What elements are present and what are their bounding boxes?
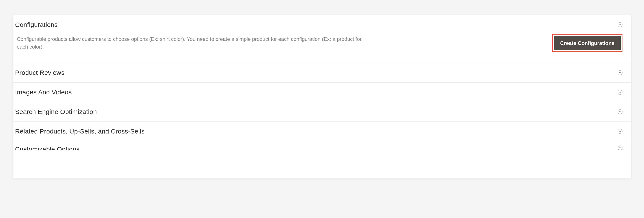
product-edit-panel: Configurations Configurable products all…	[13, 15, 631, 178]
chevron-down-icon	[618, 146, 622, 150]
section-title-related-products: Related Products, Up-Sells, and Cross-Se…	[15, 128, 144, 135]
section-title-customizable-options: Customizable Options	[15, 146, 80, 150]
section-header-product-reviews[interactable]: Product Reviews	[13, 63, 631, 83]
chevron-down-icon	[618, 129, 622, 134]
chevron-up-icon	[618, 22, 622, 27]
section-title-images-videos: Images And Videos	[15, 89, 72, 96]
chevron-down-icon	[618, 109, 622, 114]
section-header-configurations[interactable]: Configurations	[13, 15, 631, 32]
section-header-images-videos[interactable]: Images And Videos	[13, 83, 631, 102]
section-body-configurations: Configurable products allow customers to…	[13, 32, 631, 63]
section-header-customizable-options[interactable]: Customizable Options	[13, 141, 631, 150]
section-title-product-reviews: Product Reviews	[15, 69, 64, 76]
section-title-seo: Search Engine Optimization	[15, 108, 97, 115]
section-header-seo[interactable]: Search Engine Optimization	[13, 102, 631, 122]
configurations-description: Configurable products allow customers to…	[17, 35, 372, 51]
chevron-down-icon	[618, 70, 622, 75]
section-title-configurations: Configurations	[15, 21, 58, 28]
section-header-related-products[interactable]: Related Products, Up-Sells, and Cross-Se…	[13, 122, 631, 141]
create-configurations-button[interactable]: Create Configurations	[554, 36, 621, 50]
chevron-down-icon	[618, 90, 622, 95]
create-configurations-highlight: Create Configurations	[552, 34, 622, 52]
